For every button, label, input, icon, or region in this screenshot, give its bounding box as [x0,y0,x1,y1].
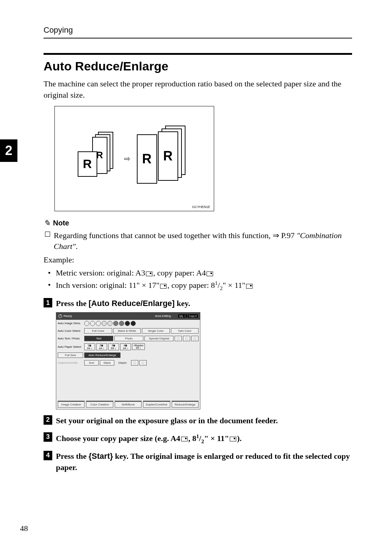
copy-value: 0 [195,315,197,317]
bullet-icon: • [48,267,51,279]
landscape-icon [160,284,167,289]
intro-text: The machine can select the proper reprod… [44,78,352,101]
orientation-button[interactable]: ⬚ [191,336,199,341]
illustration-auto-reduce: R R ⇨ R R GCYHEN1E [54,106,214,211]
area-editing-label: Area Editing [155,314,171,318]
density-circle-icon[interactable] [90,321,95,326]
note-label: Note [53,219,69,227]
full-color-button[interactable]: Full Color [84,328,112,334]
staple-label: Staple: [115,360,130,365]
copier-control-panel: Ready Area Editing Qty. 1 Copy 0 Auto Im… [56,312,200,409]
special-original-button[interactable]: Special Original [144,336,173,341]
output-sort-label: Output/Sort/Stk [58,361,83,364]
header-section-label: Copying [44,25,73,34]
step-number-3: 3 [44,432,52,442]
orientation-button[interactable]: ⬚ [175,336,182,341]
illus-page-large2: R [137,134,157,184]
density-circle-icon[interactable] [131,321,136,326]
section-title: Auto Reduce/Enlarge [44,59,352,73]
photo-button[interactable]: Photo [114,336,143,341]
landscape-icon [230,437,236,441]
auto-reduce-enlarge-button[interactable]: Auto Reduce/Enlarge [84,352,121,358]
title-divider [44,53,352,55]
density-circle-icon[interactable] [113,321,118,326]
color-select-label: Auto Color Select [58,329,83,332]
density-circle-icon[interactable] [107,321,113,326]
duplex-combine-button[interactable]: Duplex/Combine [143,401,170,408]
page-number: 48 [20,524,28,533]
staple-option-button[interactable]: ⬚ [139,360,147,366]
bullet-icon: • [48,279,51,292]
auto-image-density-label: Auto Image Dens. [58,322,83,325]
fraction-num: 1 [215,280,218,286]
arrow-icon: ⇨ [124,154,130,163]
landscape-icon [207,272,213,276]
staple-option-button[interactable]: ⬚ [131,360,138,366]
illus-page-wide: R [78,151,97,177]
example-bullet-2a: Inch version: original: 11" × 17" [56,281,160,290]
tray-button[interactable]: 1▣A4 ↕ [84,343,95,350]
density-circle-icon[interactable] [119,321,124,326]
note-pencil-icon: ✎ [44,219,50,228]
step-3-text-b: , 8 [188,434,196,443]
reduce-enlarge-button[interactable]: Reduce/Enlarge [172,401,199,408]
example-bullet-1a: Metric version: original: A3 [56,268,145,277]
chapter-tab: 2 [0,139,17,162]
panel-ready-label: Ready [64,314,72,318]
fraction-num: 1 [196,433,199,439]
illustration-code: GCYHEN1E [192,205,210,209]
step-2-text: Set your original on the exposure glass … [56,415,278,427]
tray-button[interactable]: 3▣B4 ↕ [108,343,119,350]
landscape-icon [146,272,152,276]
tray-button[interactable]: 4▣A4 ↕ [120,343,131,350]
full-size-button[interactable]: Full Size [58,352,83,358]
bypass-tray-button[interactable]: ≡BypassA3 ↕ [132,343,145,350]
tray-button[interactable]: 2▣A4 ↕ [96,343,107,350]
step-1-text-a: Press the [56,299,89,308]
step-3-text-d: ). [237,434,242,443]
note-text: Regarding functions that cannot be used … [54,231,297,240]
stack-button[interactable]: Stack [100,360,114,366]
step-number-2: 2 [44,415,52,425]
example-bullet-2b: , copy paper: 8 [167,281,215,290]
text-photo-label: Auto Text / Photo [58,337,83,340]
step-4-text-a: Press the [56,452,89,461]
qty-label: Qty. [179,315,184,317]
example-bullet-1b: , copy paper: A4 [153,268,206,277]
auto-reduce-enlarge-key: [Auto Reduce/Enlarge] [89,299,175,308]
step-number-1: 1 [44,298,52,307]
header-divider [44,38,352,38]
paper-select-label: Auto Paper Select [58,345,83,348]
qty-value: 1 [184,315,186,317]
density-circle-icon[interactable] [84,321,89,326]
density-circle-icon[interactable] [96,321,101,326]
step-3-text-a: Choose your copy paper size (e.g. A4 [56,434,180,443]
text-button[interactable]: Text [84,336,113,341]
example-label: Example: [44,255,352,265]
copy-label: Copy [189,315,195,317]
color-creation-button[interactable]: Color Creation [86,401,113,408]
illus-page-large: R [158,131,178,181]
step-1-text-b: key. [175,299,190,308]
density-circle-icon[interactable] [102,321,107,326]
density-circle-icon[interactable] [125,321,130,326]
twin-color-button[interactable]: Twin Color [171,328,199,334]
landscape-icon [181,437,188,441]
sort-button[interactable]: Sort [84,360,99,366]
fraction-den: 2 [220,285,223,291]
black-white-button[interactable]: Black & White [113,328,141,334]
power-icon [58,314,62,318]
orientation-button[interactable]: ⬚ [183,336,190,341]
image-creation-button[interactable]: Image Creation [58,401,85,408]
shift-book-button[interactable]: Shift/Book [115,401,142,408]
start-key: {Start} [89,452,113,461]
checkbox-icon [45,232,50,237]
landscape-icon [246,284,253,289]
single-color-button[interactable]: Single Color [142,328,170,334]
step-number-4: 4 [44,451,52,460]
fraction-den: 2 [201,438,204,444]
step-3-text-c: " × 11" [204,434,229,443]
example-bullet-2c: " × 11" [223,281,246,290]
